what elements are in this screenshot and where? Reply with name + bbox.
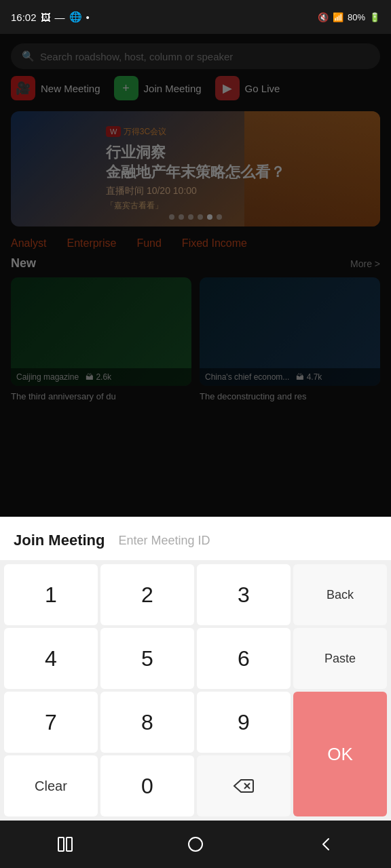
key-3[interactable]: 3 [197, 564, 291, 625]
paste-key[interactable]: Paste [293, 628, 387, 689]
delete-key[interactable] [197, 755, 291, 816]
battery-label: 80% [348, 12, 365, 22]
bg-overlay [0, 34, 391, 529]
key-5[interactable]: 5 [100, 628, 194, 689]
dot-icon: • [86, 12, 90, 23]
join-meeting-header: Join Meeting Enter Meeting ID [0, 517, 391, 560]
battery-icon: 🔋 [369, 12, 380, 22]
status-right: 🔇 📶 80% 🔋 [318, 12, 380, 22]
clear-key[interactable]: Clear [4, 755, 98, 816]
status-left: 16:02 🖼 — 🌐 • [11, 11, 90, 23]
key-0[interactable]: 0 [100, 755, 194, 816]
key-9[interactable]: 9 [197, 692, 291, 753]
key-6[interactable]: 6 [197, 628, 291, 689]
join-meeting-title: Join Meeting [14, 532, 105, 549]
bg-app-content: 🔍 Search roadshow, host, column or speak… [0, 34, 391, 529]
key-4[interactable]: 4 [4, 628, 98, 689]
svg-rect-2 [58, 837, 64, 851]
time-display: 16:02 [11, 12, 37, 23]
svg-rect-3 [67, 837, 72, 851]
nav-bar [0, 821, 391, 868]
key-2[interactable]: 2 [100, 564, 194, 625]
back-key[interactable]: Back [293, 564, 387, 625]
signal-icon: — [55, 12, 65, 23]
meeting-id-input: Enter Meeting ID [118, 534, 377, 548]
key-8[interactable]: 8 [100, 692, 194, 753]
photo-icon: 🖼 [41, 12, 51, 23]
wifi-icon: 📶 [333, 12, 343, 22]
nav-recent-apps[interactable] [45, 824, 86, 865]
key-1[interactable]: 1 [4, 564, 98, 625]
ok-key[interactable]: OK [293, 692, 387, 816]
mute-icon: 🔇 [318, 12, 329, 22]
nav-home[interactable] [175, 824, 216, 865]
key-7[interactable]: 7 [4, 692, 98, 753]
join-meeting-sheet: Join Meeting Enter Meeting ID 1 2 3 Back… [0, 517, 391, 821]
svg-rect-4 [189, 837, 202, 851]
vpn-icon: 🌐 [69, 11, 82, 23]
status-bar: 16:02 🖼 — 🌐 • 🔇 📶 80% 🔋 [0, 0, 391, 34]
nav-back[interactable] [305, 824, 346, 865]
keypad: 1 2 3 Back 4 5 6 Paste 7 8 9 OK Clear 0 [0, 560, 391, 821]
